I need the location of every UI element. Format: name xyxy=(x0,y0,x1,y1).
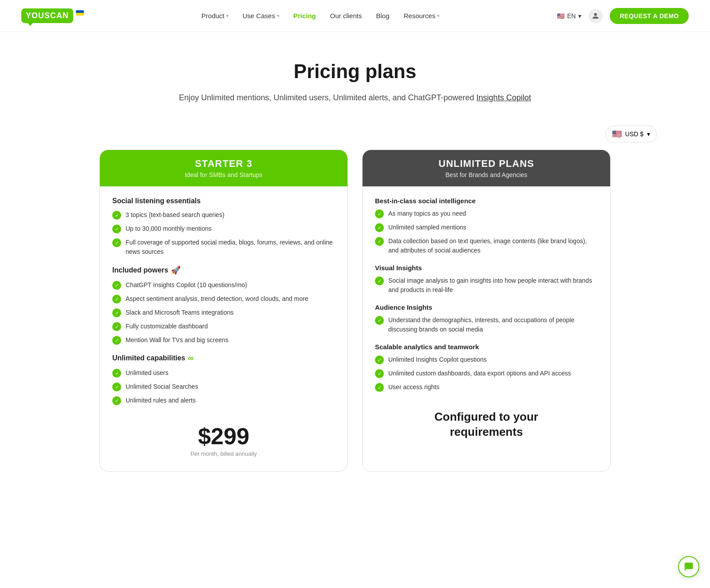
social-intelligence-list: ✓ As many topics as you need ✓ Unlimited… xyxy=(375,209,598,255)
scalable-analytics-title: Scalable analytics and teamwork xyxy=(375,343,598,351)
list-item: ✓ User access rights xyxy=(375,383,598,392)
check-icon: ✓ xyxy=(112,295,121,304)
nav-use-cases[interactable]: Use Cases ▾ xyxy=(243,12,279,20)
list-item: ✓ Unlimited rules and alerts xyxy=(112,396,335,405)
chevron-down-icon: ▾ xyxy=(437,13,439,18)
starter-essentials-list: ✓ 3 topics (text-based search queries) ✓… xyxy=(112,210,335,257)
check-icon: ✓ xyxy=(112,238,121,247)
price-section: $299 Per month, billed annually xyxy=(112,414,335,461)
check-icon: ✓ xyxy=(112,369,121,378)
page-title: Pricing plans xyxy=(11,60,699,83)
list-item: ✓ Unlimited users xyxy=(112,368,335,378)
audience-insights-list: ✓ Understand the demographics, interests… xyxy=(375,316,598,334)
list-item: ✓ Mention Wall for TVs and big screens xyxy=(112,335,335,345)
starter-plan-subtitle: Ideal for SMBs and Startups xyxy=(110,171,337,178)
list-item: ✓ Slack and Microsoft Teams integrations xyxy=(112,308,335,317)
us-flag-icon: 🇺🇸 xyxy=(612,129,622,139)
check-icon: ✓ xyxy=(112,322,121,331)
visual-insights-title: Visual Insights xyxy=(375,264,598,272)
list-item: ✓ Unlimited sampled mentions xyxy=(375,223,598,232)
nav-product[interactable]: Product ▾ xyxy=(201,12,229,20)
request-demo-button[interactable]: REQUEST A DEMO xyxy=(610,8,689,24)
starter-card-header: STARTER 3 Ideal for SMBs and Startups xyxy=(100,150,347,186)
list-item: ✓ 3 topics (text-based search queries) xyxy=(112,210,335,220)
scalable-analytics-section: Scalable analytics and teamwork ✓ Unlimi… xyxy=(375,343,598,392)
check-icon: ✓ xyxy=(375,316,384,325)
rocket-icon: 🚀 xyxy=(171,265,181,275)
list-item: ✓ Social image analysis to gain insights… xyxy=(375,276,598,295)
list-item: ✓ Data collection based on text queries,… xyxy=(375,237,598,255)
check-icon: ✓ xyxy=(375,209,384,218)
starter-section3-title: Unlimited capabilities ∞ xyxy=(112,354,335,363)
price-amount: $299 xyxy=(112,423,335,450)
list-item: ✓ Unlimited Insights Copilot questions xyxy=(375,355,598,364)
nav-resources[interactable]: Resources ▾ xyxy=(403,12,439,20)
unlimited-card-body: Best-in-class social intelligence ✓ As m… xyxy=(363,186,610,454)
check-icon: ✓ xyxy=(375,276,384,285)
visual-insights-list: ✓ Social image analysis to gain insights… xyxy=(375,276,598,295)
check-icon: ✓ xyxy=(375,237,384,246)
list-item: ✓ Understand the demographics, interests… xyxy=(375,316,598,334)
hero-subtitle: Enjoy Unlimited mentions, Unlimited user… xyxy=(11,91,699,104)
configured-text: Configured to your requirements xyxy=(375,401,598,443)
pricing-cards: STARTER 3 Ideal for SMBs and Startups So… xyxy=(44,150,666,498)
list-item: ✓ Aspect sentiment analysis, trend detec… xyxy=(112,294,335,304)
navbar: YOUSCAN Product ▾ Use Cases ▾ Pricing Ou… xyxy=(0,0,710,32)
currency-selector[interactable]: 🇺🇸 USD $ ▾ xyxy=(605,126,657,142)
starter-card: STARTER 3 Ideal for SMBs and Startups So… xyxy=(99,150,348,472)
starter-section2-title: Included powers 🚀 xyxy=(112,265,335,275)
chevron-down-icon: ▾ xyxy=(647,130,650,138)
infinity-icon: ∞ xyxy=(188,354,193,363)
check-icon: ✓ xyxy=(375,223,384,232)
starter-unlimited-list: ✓ Unlimited users ✓ Unlimited Social Sea… xyxy=(112,368,335,405)
audience-insights-title: Audience Insights xyxy=(375,304,598,311)
check-icon: ✓ xyxy=(112,211,121,220)
unlimited-card-header: UNLIMITED PLANS Best for Brands and Agen… xyxy=(363,150,610,186)
flag-icon: 🇺🇸 xyxy=(557,12,564,20)
check-icon: ✓ xyxy=(112,308,121,317)
check-icon: ✓ xyxy=(112,396,121,405)
nav-pricing[interactable]: Pricing xyxy=(293,12,316,20)
ukraine-flag-icon xyxy=(76,10,84,16)
check-icon: ✓ xyxy=(375,355,384,364)
logo-text: YOUSCAN xyxy=(21,8,73,23)
insights-copilot-link[interactable]: Insights Copilot xyxy=(477,93,531,102)
check-icon: ✓ xyxy=(112,383,121,391)
nav-right: 🇺🇸 EN ▾ REQUEST A DEMO xyxy=(557,8,689,24)
list-item: ✓ ChatGPT Insights Copilot (10 questions… xyxy=(112,280,335,290)
list-item: ✓ Up to 30,000 monthly mentions xyxy=(112,224,335,233)
list-item: ✓ As many topics as you need xyxy=(375,209,598,218)
hero-section: Pricing plans Enjoy Unlimited mentions, … xyxy=(0,32,710,118)
chevron-down-icon: ▾ xyxy=(277,13,279,18)
chevron-down-icon: ▾ xyxy=(578,12,581,20)
starter-plan-title: STARTER 3 xyxy=(110,158,337,170)
audience-insights-section: Audience Insights ✓ Understand the demog… xyxy=(375,304,598,334)
starter-powers-list: ✓ ChatGPT Insights Copilot (10 questions… xyxy=(112,280,335,345)
logo[interactable]: YOUSCAN xyxy=(21,8,84,23)
check-icon: ✓ xyxy=(112,281,121,290)
chevron-down-icon: ▾ xyxy=(226,13,229,18)
check-icon: ✓ xyxy=(375,369,384,378)
unlimited-card: UNLIMITED PLANS Best for Brands and Agen… xyxy=(362,150,611,472)
language-selector[interactable]: 🇺🇸 EN ▾ xyxy=(557,12,581,20)
nav-links: Product ▾ Use Cases ▾ Pricing Our client… xyxy=(201,12,439,20)
currency-selector-row: 🇺🇸 USD $ ▾ xyxy=(0,118,710,150)
social-intelligence-section: Best-in-class social intelligence ✓ As m… xyxy=(375,197,598,255)
starter-card-body: Social listening essentials ✓ 3 topics (… xyxy=(100,186,347,471)
scalable-analytics-list: ✓ Unlimited Insights Copilot questions ✓… xyxy=(375,355,598,392)
list-item: ✓ Unlimited custom dashboards, data expo… xyxy=(375,369,598,378)
unlimited-plan-subtitle: Best for Brands and Agencies xyxy=(373,171,600,178)
nav-blog[interactable]: Blog xyxy=(376,12,389,20)
nav-our-clients[interactable]: Our clients xyxy=(330,12,362,20)
unlimited-plan-title: UNLIMITED PLANS xyxy=(373,158,600,170)
check-icon: ✓ xyxy=(375,383,384,392)
price-period: Per month, billed annually xyxy=(112,450,335,457)
visual-insights-section: Visual Insights ✓ Social image analysis … xyxy=(375,264,598,295)
starter-section1-title: Social listening essentials xyxy=(112,197,335,205)
social-intelligence-title: Best-in-class social intelligence xyxy=(375,197,598,205)
user-account-icon[interactable] xyxy=(588,9,603,23)
list-item: ✓ Unlimited Social Searches xyxy=(112,382,335,391)
check-icon: ✓ xyxy=(112,336,121,345)
list-item: ✓ Full coverage of supported social medi… xyxy=(112,238,335,257)
check-icon: ✓ xyxy=(112,225,121,233)
